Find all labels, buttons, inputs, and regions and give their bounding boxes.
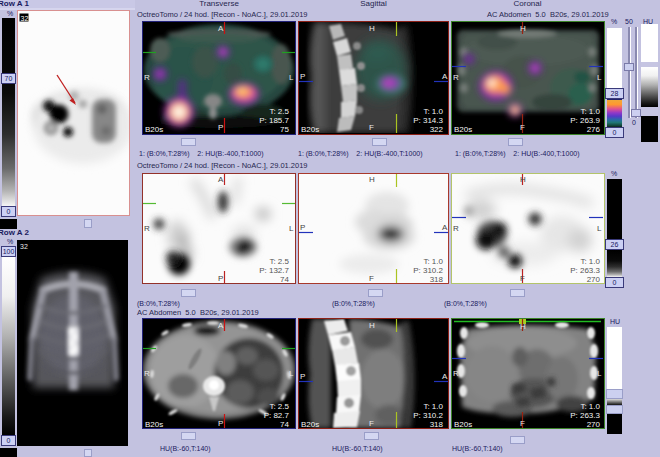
svg-text:74: 74 <box>280 275 289 283</box>
svg-text:T: 1.0: T: 1.0 <box>423 107 443 116</box>
svg-text:B20s: B20s <box>301 125 319 133</box>
svg-text:F: F <box>369 274 374 283</box>
svg-text:P: 132.7: P: 132.7 <box>259 266 289 275</box>
svg-text:H: H <box>369 321 375 330</box>
svg-text:F: F <box>520 419 525 428</box>
svg-text:F: F <box>369 123 374 132</box>
svg-text:R: R <box>144 369 150 378</box>
svg-text:L: L <box>289 73 294 82</box>
svg-text:P: P <box>218 274 223 283</box>
svg-text:H: H <box>520 175 526 184</box>
svg-text:T: 1.0: T: 1.0 <box>580 107 600 116</box>
svg-text:B20s: B20s <box>454 420 472 428</box>
svg-text:P: 263.3: P: 263.3 <box>570 266 600 275</box>
svg-text:32: 32 <box>20 243 28 250</box>
svg-text:P: 82.7: P: 82.7 <box>264 411 290 420</box>
svg-text:P: P <box>218 419 223 428</box>
svg-text:R: R <box>453 224 459 233</box>
svg-text:L: L <box>597 224 602 233</box>
svg-text:T: 1.0: T: 1.0 <box>423 257 443 266</box>
svg-text:P: 263.3: P: 263.3 <box>570 411 600 420</box>
svg-text:270: 270 <box>587 275 601 283</box>
svg-text:P: 314.3: P: 314.3 <box>413 116 443 125</box>
svg-text:T: 1.0: T: 1.0 <box>580 402 600 411</box>
svg-text:R: R <box>144 224 150 233</box>
svg-text:R: R <box>453 369 459 378</box>
svg-text:H: H <box>369 24 375 33</box>
svg-text:L: L <box>289 224 294 233</box>
svg-text:T: 1.0: T: 1.0 <box>423 402 443 411</box>
svg-text:R: R <box>453 73 459 82</box>
svg-text:P: 310.2: P: 310.2 <box>413 266 443 275</box>
svg-text:74: 74 <box>280 420 289 428</box>
svg-text:L: L <box>289 369 294 378</box>
svg-text:P: P <box>300 372 305 381</box>
svg-text:P: 310.2: P: 310.2 <box>413 411 443 420</box>
svg-text:P: P <box>300 223 305 232</box>
svg-text:F: F <box>520 274 525 283</box>
svg-text:T: 2.5: T: 2.5 <box>269 257 289 266</box>
svg-text:H: H <box>520 24 526 33</box>
svg-text:276: 276 <box>587 125 601 133</box>
svg-text:270: 270 <box>587 420 601 428</box>
svg-text:P: P <box>218 123 223 132</box>
svg-text:B20s: B20s <box>454 125 472 133</box>
svg-text:F: F <box>520 123 525 132</box>
svg-text:F: F <box>369 419 374 428</box>
svg-text:32: 32 <box>21 15 29 22</box>
svg-text:318: 318 <box>430 420 444 428</box>
svg-text:318: 318 <box>430 275 444 283</box>
svg-text:A: A <box>442 372 448 381</box>
svg-text:T: 1.0: T: 1.0 <box>580 257 600 266</box>
svg-text:H: H <box>369 175 375 184</box>
svg-text:B20s: B20s <box>145 420 163 428</box>
svg-text:H: H <box>520 322 526 331</box>
svg-text:L: L <box>597 369 602 378</box>
svg-text:L: L <box>597 73 602 82</box>
svg-text:75: 75 <box>280 125 289 133</box>
svg-text:322: 322 <box>430 125 444 133</box>
svg-text:B20s: B20s <box>301 420 319 428</box>
svg-text:A: A <box>218 175 224 184</box>
svg-text:A: A <box>442 72 448 81</box>
svg-text:P: 263.9: P: 263.9 <box>570 116 600 125</box>
svg-text:A: A <box>442 223 448 232</box>
svg-text:T: 2.5: T: 2.5 <box>269 107 289 116</box>
svg-text:P: 185.7: P: 185.7 <box>259 116 289 125</box>
svg-text:R: R <box>144 73 150 82</box>
svg-text:A: A <box>218 321 224 330</box>
svg-text:A: A <box>218 24 224 33</box>
svg-text:P: P <box>300 72 305 81</box>
svg-text:B20s: B20s <box>145 125 163 133</box>
svg-text:T: 2.5: T: 2.5 <box>269 402 289 411</box>
